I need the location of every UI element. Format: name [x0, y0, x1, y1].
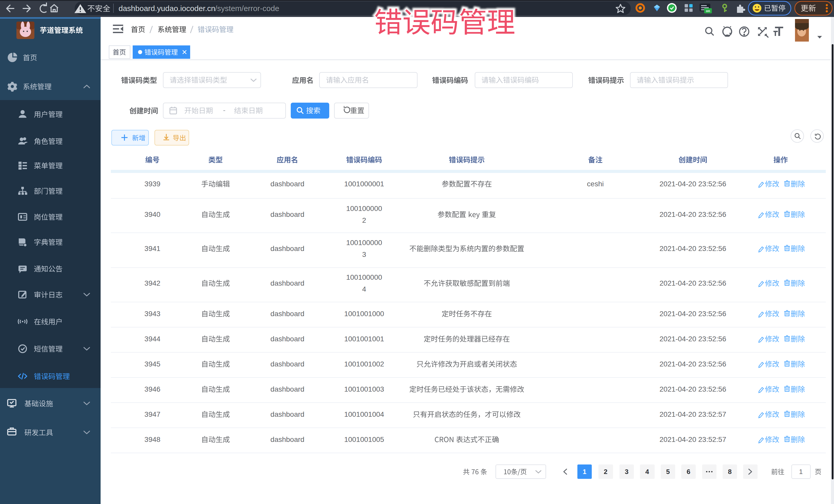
svg-text:2021-04-20 23:52:56: 2021-04-20 23:52:56 — [659, 360, 726, 368]
svg-text:dashboard: dashboard — [270, 385, 304, 393]
svg-text:1001001000: 1001001000 — [344, 310, 384, 318]
svg-text:1: 1 — [583, 468, 586, 476]
svg-text:dashboard.yudao.iocoder.cn: dashboard.yudao.iocoder.cn — [118, 4, 215, 13]
svg-text:6: 6 — [687, 468, 690, 476]
svg-text:2021-04-20 23:52:56: 2021-04-20 23:52:56 — [659, 385, 726, 393]
svg-text:dashboard: dashboard — [270, 245, 304, 253]
svg-text:dashboard: dashboard — [270, 436, 304, 443]
svg-text:3: 3 — [625, 468, 629, 476]
svg-text:3943: 3943 — [145, 310, 160, 318]
svg-text:2: 2 — [362, 216, 366, 224]
svg-text:2021-04-20 23:52:56: 2021-04-20 23:52:56 — [659, 180, 726, 188]
svg-text:2021-04-20 23:52:57: 2021-04-20 23:52:57 — [659, 436, 726, 443]
svg-text:dashboard: dashboard — [270, 180, 304, 188]
svg-text:3946: 3946 — [145, 385, 160, 393]
svg-text:2021-04-20 23:52:56: 2021-04-20 23:52:56 — [659, 335, 726, 343]
svg-text:dashboard: dashboard — [270, 410, 304, 418]
svg-text:100100000: 100100000 — [346, 204, 382, 213]
svg-text:8: 8 — [728, 468, 731, 476]
svg-text:3947: 3947 — [145, 410, 160, 418]
svg-text:2: 2 — [604, 468, 608, 476]
svg-text:ceshi: ceshi — [587, 180, 603, 188]
svg-text:1001001003: 1001001003 — [344, 385, 384, 393]
svg-text:4: 4 — [362, 285, 366, 293]
svg-text:dashboard: dashboard — [270, 211, 304, 218]
svg-text:dashboard: dashboard — [270, 279, 304, 287]
svg-text:2021-04-20 23:52:57: 2021-04-20 23:52:57 — [659, 410, 726, 418]
svg-text:100100000: 100100000 — [346, 273, 382, 281]
svg-text:3944: 3944 — [145, 335, 160, 343]
svg-text:1: 1 — [799, 468, 803, 476]
svg-text:3941: 3941 — [145, 245, 160, 253]
svg-text:on: on — [706, 9, 710, 13]
svg-text:1001001002: 1001001002 — [344, 360, 384, 368]
svg-text:5: 5 — [666, 468, 670, 476]
svg-text:1001001005: 1001001005 — [344, 436, 384, 443]
svg-text:3945: 3945 — [145, 360, 160, 368]
svg-text:2021-04-20 23:52:56: 2021-04-20 23:52:56 — [659, 310, 726, 318]
svg-text:3939: 3939 — [145, 180, 160, 188]
svg-text:1001000001: 1001000001 — [344, 180, 384, 188]
svg-text:3: 3 — [362, 250, 366, 258]
svg-text:dashboard: dashboard — [270, 310, 304, 318]
svg-text:1001001004: 1001001004 — [344, 410, 384, 418]
svg-text:3942: 3942 — [145, 279, 160, 287]
svg-text:1001001001: 1001001001 — [344, 335, 384, 343]
svg-text:/system/error-code: /system/error-code — [215, 4, 279, 13]
svg-text:4: 4 — [645, 468, 649, 476]
svg-text:3940: 3940 — [145, 211, 160, 218]
svg-text:100100000: 100100000 — [346, 239, 382, 247]
svg-text:2021-04-20 23:52:56: 2021-04-20 23:52:56 — [659, 279, 726, 287]
svg-text:2021-04-20 23:52:56: 2021-04-20 23:52:56 — [659, 245, 726, 253]
svg-text:3948: 3948 — [145, 436, 160, 443]
svg-text:2021-04-20 23:52:56: 2021-04-20 23:52:56 — [659, 211, 726, 218]
svg-text:dashboard: dashboard — [270, 360, 304, 368]
svg-text:dashboard: dashboard — [270, 335, 304, 343]
